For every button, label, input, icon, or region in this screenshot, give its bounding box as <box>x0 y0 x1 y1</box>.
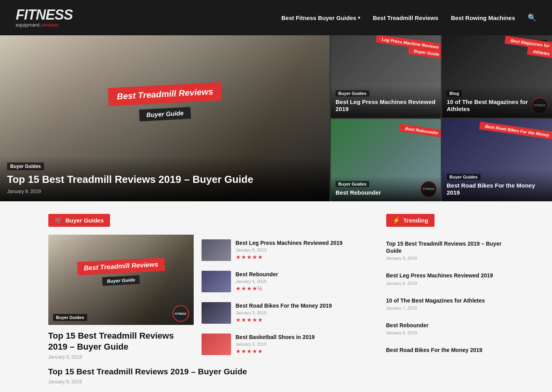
side-thumb-img-4 <box>202 334 231 355</box>
main-article-card[interactable]: Best Treadmill Reviews Buyer Guide Buyer… <box>48 235 194 360</box>
side-stars-1: ★★★★★ <box>236 254 343 260</box>
thumb-rebounder-title: Best Rebounder <box>336 189 436 197</box>
side-date-1: January 8, 2019 <box>236 248 343 252</box>
hero-grid: Best Treadmill Reviews Buyer Guide Buyer… <box>0 35 552 201</box>
thumb-roadbikes-overlay: Buyer Guides Best Road Bikes For the Mon… <box>442 169 552 202</box>
side-date-3: January 3, 2019 <box>236 310 343 315</box>
side-article-2[interactable]: Best Rebounder January 6, 2019 ★★★★½ <box>202 266 343 297</box>
logo-subtitle: equipment.reviews <box>16 22 73 28</box>
bottom-article-wrap: Top 15 Best Treadmill Reviews 2019 – Buy… <box>48 366 370 385</box>
thumb-magazines-category: Blog <box>447 90 462 97</box>
trending-item-4[interactable]: Best Rebounder January 6, 2019 <box>386 316 504 341</box>
side-article-1[interactable]: Best Leg Press Machines Reviewed 2019 Ja… <box>202 235 343 266</box>
trending-item-2[interactable]: Best Leg Press Machines Reviewed 2019 Ja… <box>386 266 504 291</box>
side-thumb-2 <box>202 271 231 292</box>
main-nav: Best Fitness Buyer Guides ▾ Best Treadmi… <box>281 13 536 22</box>
thumb-magazines-title: 10 of The Best Magazines for Athletes <box>447 98 547 113</box>
buyer-guides-header: 🛒 Buyer Guides <box>48 214 110 227</box>
trending-title-1[interactable]: Top 15 Best Treadmill Reviews 2019 – Buy… <box>386 240 504 254</box>
site-header: FITNESS equipment.reviews Best Fitness B… <box>0 0 552 35</box>
trending-title-4[interactable]: Best Rebounder <box>386 322 504 329</box>
side-title-3[interactable]: Best Road Bikes For the Money 2019 <box>236 302 343 309</box>
bottom-article-date: January 9, 2019 <box>48 379 370 385</box>
lightning-icon: ⚡ <box>392 217 400 224</box>
side-thumb-3 <box>202 302 231 324</box>
hero-thumb-roadbikes[interactable]: Best Road Bikes For the Money Buyer Guid… <box>442 119 552 201</box>
side-thumb-img-1 <box>202 239 231 261</box>
trending-item-3[interactable]: 10 of The Best Magazines for Athletes Ja… <box>386 292 504 316</box>
side-thumb-img-3 <box>202 302 231 324</box>
search-icon[interactable]: 🔍 <box>528 13 536 22</box>
hero-overlay: Buyer Guides Top 15 Best Treadmill Revie… <box>0 156 330 201</box>
content-section: 🛒 Buyer Guides Best Treadmill Reviews Bu… <box>40 201 512 392</box>
thumb-roadbikes-title: Best Road Bikes For the Money 2019 <box>447 182 547 197</box>
buyer-guides-section: 🛒 Buyer Guides Best Treadmill Reviews Bu… <box>48 214 370 385</box>
side-date-4: January 3, 2019 <box>236 342 343 346</box>
thumb-roadbikes-category: Buyer Guides <box>447 174 480 180</box>
side-article-4[interactable]: Best Basketball Shoes in 2019 January 3,… <box>202 329 343 360</box>
hero-thumb-legpress[interactable]: Leg Press Machine Reviews Buyer Guide Bu… <box>331 35 441 118</box>
nav-item-rowing-machines[interactable]: Best Rowing Machines <box>451 15 515 21</box>
side-article-3[interactable]: Best Road Bikes For the Money 2019 Janua… <box>202 297 343 329</box>
trending-item-1[interactable]: Top 15 Best Treadmill Reviews 2019 – Buy… <box>386 235 504 266</box>
trending-section: ⚡ Trending Top 15 Best Treadmill Reviews… <box>386 214 504 385</box>
side-info-4: Best Basketball Shoes in 2019 January 3,… <box>236 334 343 354</box>
article-fitness-logo: FITNESS <box>172 305 189 322</box>
article-category-tag: Buyer Guides <box>53 314 88 321</box>
side-thumb-1 <box>202 239 231 261</box>
thumb-magazines-overlay: Blog 10 of The Best Magazines for Athlet… <box>442 86 552 118</box>
thumb-legpress-title: Best Leg Press Machines Reviewed 2019 <box>336 98 436 113</box>
buyer-guides-label: Buyer Guides <box>66 217 104 224</box>
cart-icon: 🛒 <box>55 217 62 224</box>
hero-main-date: January 9, 2019 <box>7 189 323 194</box>
dropdown-arrow-icon: ▾ <box>358 15 360 20</box>
thumb-legpress-overlay: Buyer Guides Best Leg Press Machines Rev… <box>331 86 441 118</box>
side-stars-3: ★★★★★ <box>236 317 343 323</box>
hero-thumb-magazines[interactable]: Advice & Tips Best Magazines for Athlete… <box>442 35 552 118</box>
trending-date-3: January 7, 2019 <box>386 306 504 310</box>
main-article-date: January 9, 2019 <box>48 354 194 360</box>
thumb-legpress-category: Buyer Guides <box>336 90 369 97</box>
nav-item-treadmill-reviews[interactable]: Best Treadmill Reviews <box>373 15 438 21</box>
side-info-1: Best Leg Press Machines Reviewed 2019 Ja… <box>236 239 343 260</box>
main-article-title[interactable]: Top 15 Best Treadmill Reviews 2019 – Buy… <box>48 330 194 352</box>
side-info-3: Best Road Bikes For the Money 2019 Janua… <box>236 302 343 323</box>
side-date-2: January 6, 2019 <box>236 279 343 284</box>
side-article-list: Best Leg Press Machines Reviewed 2019 Ja… <box>202 235 343 360</box>
buyer-guides-content: Best Treadmill Reviews Buyer Guide Buyer… <box>48 235 370 360</box>
side-title-2[interactable]: Best Rebounder <box>236 271 343 278</box>
side-stars-2: ★★★★½ <box>236 285 343 292</box>
thumb-rebounder-category: Buyer Guides <box>336 181 369 187</box>
side-title-1[interactable]: Best Leg Press Machines Reviewed 2019 <box>236 239 343 246</box>
trending-date-1: January 9, 2019 <box>386 256 504 261</box>
trending-title-3[interactable]: 10 of The Best Magazines for Athletes <box>386 297 504 304</box>
trending-list: Top 15 Best Treadmill Reviews 2019 – Buy… <box>386 235 504 361</box>
trending-date-2: January 8, 2019 <box>386 281 504 286</box>
hero-thumb-rebounder[interactable]: Best Rebounder FITNESS Buyer Guides Best… <box>331 119 441 201</box>
side-thumb-4 <box>202 334 231 355</box>
side-title-4[interactable]: Best Basketball Shoes in 2019 <box>236 334 343 341</box>
article-badge-guide: Buyer Guide <box>102 275 139 286</box>
side-thumb-img-2 <box>202 271 231 292</box>
trending-item-5[interactable]: Best Road Bikes For the Money 2019 <box>386 341 504 361</box>
logo-text: FITNESS <box>16 8 73 22</box>
hero-category: Buyer Guides <box>7 162 44 170</box>
side-stars-4: ★★★★★ <box>236 348 343 354</box>
trending-title-2[interactable]: Best Leg Press Machines Reviewed 2019 <box>386 272 504 279</box>
site-logo[interactable]: FITNESS equipment.reviews <box>16 8 73 28</box>
trending-date-4: January 6, 2019 <box>386 330 504 335</box>
trending-label: Trending <box>403 217 428 224</box>
trending-title-5[interactable]: Best Road Bikes For the Money 2019 <box>386 346 504 354</box>
main-article-image: Best Treadmill Reviews Buyer Guide Buyer… <box>48 235 194 325</box>
trending-header: ⚡ Trending <box>386 214 435 227</box>
side-info-2: Best Rebounder January 6, 2019 ★★★★½ <box>236 271 343 292</box>
nav-item-buyer-guides[interactable]: Best Fitness Buyer Guides ▾ <box>281 15 360 21</box>
hero-main-article[interactable]: Best Treadmill Reviews Buyer Guide Buyer… <box>0 35 330 201</box>
bottom-article-title[interactable]: Top 15 Best Treadmill Reviews 2019 – Buy… <box>48 366 370 377</box>
thumb-rebounder-overlay: Buyer Guides Best Rebounder <box>331 176 441 201</box>
hero-main-title: Top 15 Best Treadmill Reviews 2019 – Buy… <box>7 173 323 186</box>
